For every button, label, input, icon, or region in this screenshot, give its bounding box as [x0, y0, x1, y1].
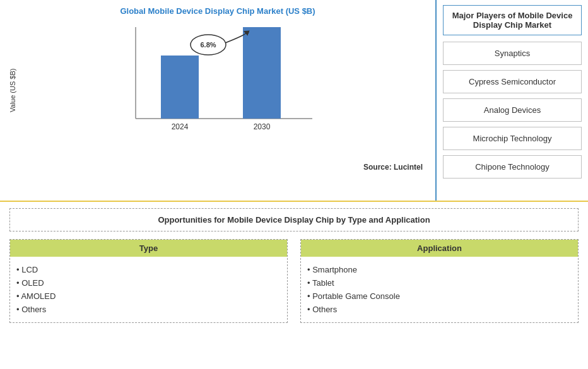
svg-rect-3: [243, 27, 281, 119]
bar-chart-svg: 2024 2030 6.8%: [19, 21, 429, 141]
svg-text:6.8%: 6.8%: [200, 41, 216, 49]
player-item-cypress: Cypress Semiconductor: [443, 70, 582, 93]
svg-text:2024: 2024: [172, 122, 189, 131]
type-column: Type LCD OLED AMOLED Others: [9, 239, 288, 323]
app-item-console: Portable Game Console: [307, 290, 572, 303]
chart-title: Global Mobile Device Display Chip Market…: [6, 6, 429, 16]
player-item-microchip: Microchip Technology: [443, 127, 582, 150]
chart-plot: 2024 2030 6.8%: [19, 21, 429, 160]
application-column-header: Application: [301, 240, 578, 257]
type-item-oled: OLED: [16, 276, 281, 290]
source-text: Source: Lucintel: [6, 160, 429, 172]
players-area: Major Players of Mobile Device Display C…: [437, 0, 588, 201]
type-column-header: Type: [10, 240, 287, 257]
app-item-others: Others: [307, 303, 572, 316]
player-item-chipone: Chipone Technology: [443, 155, 582, 179]
opportunities-title: Opportunities for Mobile Device Display …: [9, 208, 579, 231]
chart-wrapper: Value (US $B) 2024 2030: [6, 21, 429, 160]
top-section: Global Mobile Device Display Chip Market…: [0, 0, 588, 202]
type-item-others: Others: [16, 303, 281, 316]
main-container: Global Mobile Device Display Chip Market…: [0, 0, 588, 369]
players-title: Major Players of Mobile Device Display C…: [443, 5, 582, 35]
player-item-synaptics: Synaptics: [443, 42, 582, 65]
app-item-tablet: Tablet: [307, 276, 572, 290]
bottom-section: Opportunities for Mobile Device Display …: [0, 202, 588, 369]
application-column: Application Smartphone Tablet Portable G…: [300, 239, 579, 323]
svg-rect-2: [161, 56, 199, 119]
type-item-amoled: AMOLED: [16, 290, 281, 303]
two-columns: Type LCD OLED AMOLED Others Application …: [9, 239, 579, 323]
svg-text:2030: 2030: [254, 122, 271, 131]
player-item-analog: Analog Devices: [443, 98, 582, 122]
type-item-lcd: LCD: [16, 263, 281, 276]
chart-area: Global Mobile Device Display Chip Market…: [0, 0, 437, 201]
y-axis-label: Value (US $B): [6, 21, 19, 160]
app-item-smartphone: Smartphone: [307, 263, 572, 276]
